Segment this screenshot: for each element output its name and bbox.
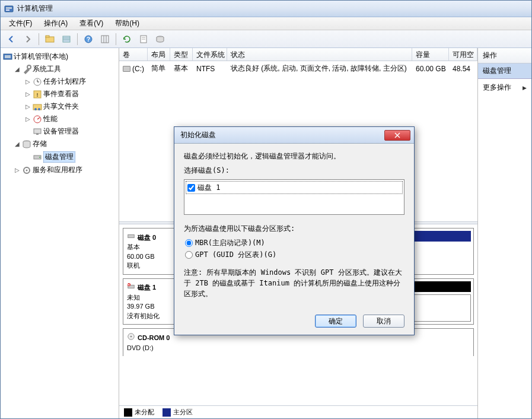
swatch-unallocated <box>124 408 132 417</box>
disk1-status: 没有初始化 <box>127 312 179 320</box>
disk-icon <box>127 232 135 243</box>
cdrom-sub: DVD (D:) <box>127 344 179 353</box>
tree-services[interactable]: ▷服务和应用程序 <box>12 164 117 176</box>
disk-util-icon[interactable] <box>153 32 167 46</box>
legend-primary: 主分区 <box>173 408 193 415</box>
tree-systools[interactable]: ◢系统工具 <box>12 63 117 75</box>
cell-capacity: 60.00 GB <box>412 62 449 75</box>
drive-icon <box>123 66 130 72</box>
expand-icon[interactable]: ▷ <box>24 78 31 85</box>
gpt-radio[interactable] <box>185 251 193 259</box>
disk1-checkbox-label: 磁盘 1 <box>197 182 220 193</box>
svg-point-27 <box>38 108 40 110</box>
cell-type: 基本 <box>170 62 193 75</box>
window-title: 计算机管理 <box>17 4 53 14</box>
help-icon[interactable]: ? <box>81 32 95 46</box>
ok-button[interactable]: 确定 <box>315 315 356 328</box>
tree-pane: 计算机管理(本地) ◢系统工具 ▷任务计划程序 ▷!事件查看器 ▷共享文件夹 ▷… <box>1 48 119 418</box>
menu-action[interactable]: 操作(A) <box>39 17 72 30</box>
close-button[interactable] <box>384 130 410 141</box>
tree-eventlog[interactable]: ▷!事件查看器 <box>23 88 117 100</box>
col-free[interactable]: 可用空 <box>449 48 477 61</box>
storage-icon <box>22 139 31 149</box>
volume-row[interactable]: (C:) 简单 基本 NTFS 状态良好 (系统, 启动, 页面文件, 活动, … <box>119 61 477 76</box>
mbr-label: MBR(主启动记录)(M) <box>195 237 265 248</box>
expand-icon[interactable]: ▷ <box>14 167 21 173</box>
tree-perf[interactable]: ▷性能 <box>23 113 117 125</box>
dialog-title: 初始化磁盘 <box>178 130 384 140</box>
tree-scheduler[interactable]: ▷任务计划程序 <box>23 75 117 88</box>
disk0-status: 联机 <box>127 261 179 270</box>
svg-point-26 <box>34 108 37 110</box>
cancel-button[interactable]: 取消 <box>363 315 404 328</box>
collapse-icon[interactable]: ◢ <box>14 66 21 72</box>
dialog-titlebar[interactable]: 初始化磁盘 <box>174 127 414 144</box>
swatch-primary <box>163 408 171 417</box>
col-filesystem[interactable]: 文件系统 <box>193 48 227 61</box>
disk1-size: 39.97 GB <box>127 302 179 311</box>
partition-style-label: 为所选磁盘使用以下磁盘分区形式: <box>184 223 404 234</box>
tree-storage[interactable]: ◢存储 <box>12 138 117 150</box>
tree-label: 设备管理器 <box>43 126 79 137</box>
col-type[interactable]: 类型 <box>170 48 193 61</box>
disk-select-list[interactable]: 磁盘 1 <box>184 179 404 215</box>
initialize-disk-dialog: 初始化磁盘 磁盘必须经过初始化，逻辑磁盘管理器才能访问。 选择磁盘(S): 磁盘… <box>174 126 415 335</box>
svg-point-36 <box>26 169 28 171</box>
tree-label: 共享文件夹 <box>43 101 79 112</box>
services-icon <box>22 166 31 175</box>
menu-help[interactable]: 帮助(H) <box>110 17 144 30</box>
tree-root-label: 计算机管理(本地) <box>14 52 68 62</box>
disk0-size: 60.00 GB <box>127 252 179 261</box>
refresh-icon[interactable] <box>120 32 134 46</box>
tree-diskmgmt[interactable]: 磁盘管理 <box>23 150 117 164</box>
collapse-icon[interactable]: ◢ <box>14 141 21 147</box>
col-layout[interactable]: 布局 <box>148 48 170 61</box>
svg-text:!: ! <box>37 92 39 98</box>
col-volume[interactable]: 卷 <box>119 48 148 61</box>
cell-layout: 简单 <box>148 62 170 75</box>
disk-warn-icon <box>127 282 135 293</box>
volume-list-header: 卷 布局 类型 文件系统 状态 容量 可用空 <box>119 48 477 61</box>
notes-icon[interactable] <box>136 32 151 46</box>
tree-label: 系统工具 <box>33 64 61 74</box>
svg-point-34 <box>39 157 40 158</box>
mbr-radio[interactable] <box>185 239 193 247</box>
disk1-checkbox[interactable] <box>187 184 195 192</box>
tree-label: 服务和应用程序 <box>33 165 82 175</box>
menu-file[interactable]: 文件(F) <box>4 17 37 30</box>
tree-label: 任务计划程序 <box>43 77 86 87</box>
col-capacity[interactable]: 容量 <box>412 48 449 61</box>
expand-icon[interactable]: ▷ <box>24 116 31 122</box>
dialog-select-label: 选择磁盘(S): <box>184 165 404 176</box>
actions-diskmgmt[interactable]: 磁盘管理 <box>478 64 531 79</box>
disk-select-item[interactable]: 磁盘 1 <box>186 181 403 194</box>
gpt-label: GPT (GUID 分区表)(G) <box>195 249 276 260</box>
disk1-type: 未知 <box>127 293 179 302</box>
explorer-icon[interactable] <box>43 32 57 46</box>
svg-rect-31 <box>36 134 39 135</box>
tree-devmgr[interactable]: 设备管理器 <box>23 125 117 138</box>
legend: 未分配 主分区 <box>119 405 477 418</box>
titlebar: 计算机管理 <box>1 1 531 17</box>
svg-rect-4 <box>46 36 49 37</box>
actions-header: 操作 <box>478 48 531 64</box>
columns-icon[interactable] <box>98 32 112 46</box>
cell-fs: NTFS <box>193 62 227 75</box>
cdrom-icon <box>127 332 135 343</box>
forward-button[interactable] <box>21 32 35 46</box>
tree-root[interactable]: 计算机管理(本地) <box>2 50 117 63</box>
shared-folder-icon <box>33 102 42 112</box>
tree-shared[interactable]: ▷共享文件夹 <box>23 100 117 113</box>
col-status[interactable]: 状态 <box>227 48 412 61</box>
dialog-message: 磁盘必须经过初始化，逻辑磁盘管理器才能访问。 <box>184 151 404 161</box>
list-icon[interactable] <box>59 32 74 46</box>
actions-more[interactable]: 更多操作▶ <box>478 79 531 96</box>
back-button[interactable] <box>4 32 18 46</box>
expand-icon[interactable]: ▷ <box>24 103 31 110</box>
svg-rect-10 <box>101 36 109 43</box>
dialog-note: 注意: 所有早期版本的 Windows 不识别 GPT 分区形式。建议在大于 2… <box>184 267 404 299</box>
tree-label: 事件查看器 <box>43 89 79 99</box>
cdrom-name: CD-ROM 0 <box>138 334 170 342</box>
expand-icon[interactable]: ▷ <box>24 91 31 97</box>
menu-view[interactable]: 查看(V) <box>75 17 108 30</box>
